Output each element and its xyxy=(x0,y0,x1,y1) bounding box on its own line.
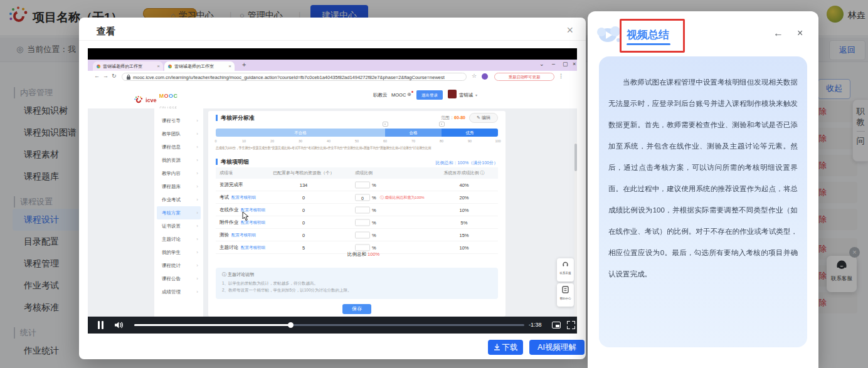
ratio-input[interactable] xyxy=(355,181,370,188)
cell-ratio: % xyxy=(355,231,376,238)
chevron-right-icon: › xyxy=(196,233,198,246)
pause-icon[interactable] xyxy=(98,321,100,329)
video-site-nav-item: 课程引导› xyxy=(157,114,201,127)
browser-back-icon: ← xyxy=(94,73,100,79)
headset-icon xyxy=(562,261,569,268)
cell-resource-count: 5 xyxy=(266,244,341,250)
tab-close-icon[interactable]: × xyxy=(228,63,231,69)
ratio-input[interactable]: 0 xyxy=(355,194,370,201)
scale-tick-label: 30 xyxy=(299,139,302,143)
config-detail-link[interactable]: 配置考核明细 xyxy=(231,195,256,199)
picture-in-picture-icon[interactable] xyxy=(552,322,561,329)
cell-grade-item: 资源完成率 xyxy=(220,182,243,188)
icve-wordmark: icve xyxy=(146,97,157,103)
table-header-row: 成绩项已配置参与考核的资源数（个）成绩比例系统推荐成绩比例 ⓘ xyxy=(216,167,498,179)
chevron-right-icon: › xyxy=(196,180,198,193)
cell-recommend-ratio: 15% xyxy=(434,232,494,238)
table-row: 测验配置考核明细0%15% xyxy=(216,229,498,241)
config-detail-link[interactable]: 配置考核明细 xyxy=(231,233,256,237)
notice-line: 1、以学生的发帖数为统计，发帖越多，得分数越高。 xyxy=(222,280,492,287)
scale-tick-label: 40 xyxy=(327,139,331,143)
download-button[interactable]: 下载 xyxy=(488,340,523,355)
url-text: mooc.icve.com.cn/learning/u/teacher/teac… xyxy=(133,75,462,80)
back-arrow-icon[interactable]: ← xyxy=(773,28,783,39)
tab-close-icon[interactable]: × xyxy=(157,63,160,69)
edit-icon: ✎ xyxy=(477,115,480,120)
chevron-right-icon: › xyxy=(196,206,198,219)
view-modal: 查看 × + ⌄ – ▢ × 雷锦诚老师的工作室×雷锦诚老师的工作室× ← → … xyxy=(79,18,586,359)
cell-resource-count: 134 xyxy=(266,182,341,187)
mouse-cursor xyxy=(242,211,250,221)
cell-recommend-ratio: 10% xyxy=(434,207,494,213)
scale-tick-label: 90 xyxy=(468,139,472,143)
ratio-input[interactable] xyxy=(355,231,370,238)
notice-lines: 1、以学生的发帖数为统计，发帖越多，得分数越高。2、教师每设置一个精华帖，学生则… xyxy=(222,280,492,293)
progress-thumb[interactable] xyxy=(288,322,294,328)
cell-grade-item: 测验配置考核明细 xyxy=(220,232,256,238)
table-row: 在线作业配置考核明细0%10% xyxy=(216,204,498,216)
tab-title: 雷锦诚老师的工作室 xyxy=(103,63,152,70)
volume-icon[interactable] xyxy=(114,321,123,329)
ratio-sum-row: 比例总和 100% xyxy=(347,251,379,258)
table-row: 附件作业配置考核明细0%5% xyxy=(216,216,498,229)
cell-ratio: % xyxy=(355,219,376,226)
window-minimize-icon: – xyxy=(552,61,555,67)
video-site-nav-item: 课程公告› xyxy=(157,272,201,285)
chevron-right-icon: › xyxy=(196,127,198,140)
chevron-right-icon: › xyxy=(196,259,198,272)
close-icon[interactable]: × xyxy=(797,28,803,39)
ai-video-understanding-button[interactable]: AI视频理解 xyxy=(529,340,585,355)
cell-grade-item: 考试配置考核明细 xyxy=(220,194,256,201)
tab-favicon-icon xyxy=(168,65,172,68)
close-icon[interactable]: × xyxy=(566,24,573,37)
scale-tick-label: 0 xyxy=(214,139,216,143)
video-player[interactable]: + ⌄ – ▢ × 雷锦诚老师的工作室×雷锦诚老师的工作室× ← → ↻ xyxy=(88,48,577,334)
grade-segment: 合格 xyxy=(385,129,442,137)
table-row: 考试配置考核明细00%ⓘ 成绩比例总和需为100%20% xyxy=(216,191,498,204)
ratio-input[interactable] xyxy=(355,219,370,226)
cell-ratio: % xyxy=(355,181,376,188)
pause-icon[interactable] xyxy=(102,321,103,329)
scale-tick-label: 100 xyxy=(495,139,500,143)
cell-resource-count: 0 xyxy=(266,207,341,213)
site-content: 课程引导›教学团队›课程信息›我的资源›教学内容›课程题库›作业考试›考核方案›… xyxy=(88,108,577,317)
chevron-right-icon: › xyxy=(196,167,198,180)
browser-tab[interactable]: 雷锦诚老师的工作室× xyxy=(164,61,235,71)
chevron-right-icon: › xyxy=(196,140,198,154)
table-header-cell: 成绩比例 xyxy=(355,170,373,176)
range-display: 范围：60-80 xyxy=(441,115,465,121)
table-header-cell: 成绩项 xyxy=(220,170,233,176)
assessment-table: 成绩项已配置参与考核的资源数（个）成绩比例系统推荐成绩比例 ⓘ 资源完成率134… xyxy=(216,167,498,254)
scale-tick-label: 60 xyxy=(383,139,387,143)
cell-resource-count: 0 xyxy=(266,219,341,225)
progress-track[interactable] xyxy=(134,324,524,326)
summary-card: 当教师试图在课程管理中设置考核明细但发现相关数据无法显示时，应登录到后台账号并进… xyxy=(599,56,807,347)
video-summary-panel: 视频总结 ← × 当教师试图在课程管理中设置考核明细但发现相关数据无法显示时，应… xyxy=(588,11,818,368)
segment-handle xyxy=(439,122,445,127)
fullscreen-icon[interactable] xyxy=(567,321,575,329)
ratio-input[interactable] xyxy=(355,206,370,213)
browser-tab[interactable]: 雷锦诚老师的工作室× xyxy=(93,61,163,71)
video-site-nav-item: 我的学生› xyxy=(157,246,201,259)
video-site-nav-item: 课程统计› xyxy=(157,259,201,272)
config-detail-link[interactable]: 配置考核明细 xyxy=(241,245,265,250)
chevron-right-icon: › xyxy=(196,246,198,259)
download-icon xyxy=(494,344,500,350)
video-summary-icon xyxy=(595,23,623,46)
site-sidebar: 课程引导›教学团队›课程信息›我的资源›教学内容›课程题库›作业考试›考核方案›… xyxy=(154,108,203,317)
padlock-icon xyxy=(127,75,130,80)
grade-segment: 优秀 xyxy=(442,129,498,137)
site-user-name: 雷锦诚 xyxy=(459,92,474,98)
page-scrollbar xyxy=(574,142,577,334)
video-site-nav-item: 作业考试› xyxy=(157,193,201,206)
mooc-wordmark: MOOC xyxy=(159,93,178,99)
ratio-input[interactable] xyxy=(355,244,370,251)
site-nav-mooc: MOOC xyxy=(391,92,406,98)
tab-title: 雷锦诚老师的工作室 xyxy=(174,63,223,70)
float-help-center: 帮助中心 xyxy=(557,283,574,307)
site-user-avatar xyxy=(448,90,457,98)
grade-segment: 不合格 xyxy=(216,129,385,137)
ratio-warning: ⓘ 成绩比例总和需为100% xyxy=(380,194,425,200)
progress-fill xyxy=(134,324,290,326)
chevron-right-icon: › xyxy=(196,154,198,167)
